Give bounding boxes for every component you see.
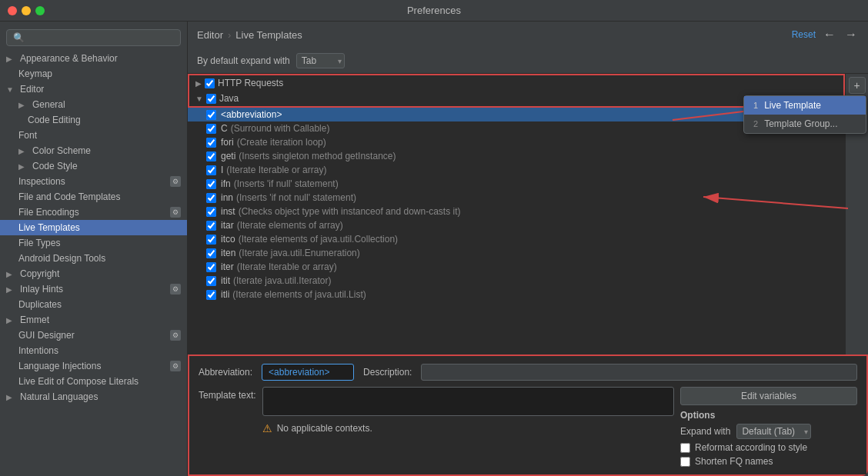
search-icon: 🔍 [13, 32, 25, 43]
chevron-right-icon: ▶ [18, 147, 31, 155]
sidebar-item-label: Android Design Tools [18, 253, 105, 264]
template-item-geti[interactable]: geti (Inserts singleton method getInstan… [188, 149, 845, 163]
sidebar-item-label: Inspections [18, 176, 65, 187]
chevron-right-icon: ▶ [6, 270, 18, 278]
sidebar-item-file-encodings[interactable]: File Encodings ⚙ [0, 205, 187, 220]
itit-checkbox[interactable] [206, 276, 216, 286]
template-desc: (Iterate elements of array) [237, 220, 343, 231]
edit-variables-button[interactable]: Edit variables [680, 387, 857, 405]
inst-checkbox[interactable] [206, 207, 216, 217]
sidebar-item-appearance[interactable]: ▶ Appearance & Behavior [0, 51, 187, 66]
sidebar-item-label: General [32, 99, 65, 110]
c-checkbox[interactable] [206, 124, 216, 134]
close-button[interactable] [8, 6, 17, 15]
options-section: Options Expand with Default (Tab) Tab En… [680, 410, 857, 467]
sidebar-item-inspections[interactable]: Inspections ⚙ [0, 174, 187, 189]
itco-checkbox[interactable] [206, 235, 216, 245]
lang-injections-badge: ⚙ [170, 361, 181, 371]
shorten-fq-checkbox[interactable] [680, 457, 690, 467]
fori-checkbox[interactable] [206, 138, 216, 148]
sidebar-item-live-edit-compose[interactable]: Live Edit of Compose Literals [0, 374, 187, 389]
template-item-iten[interactable]: iten (Iterate java.util.Enumeration) [188, 246, 845, 260]
sidebar-item-file-code-templates[interactable]: File and Code Templates [0, 189, 187, 205]
nav-back-button[interactable]: ← [822, 28, 837, 42]
sidebar-item-intentions[interactable]: Intentions [0, 343, 187, 358]
dropdown-item-num: 2 [753, 119, 758, 128]
warning-row: ⚠ No applicable contexts. [262, 419, 674, 438]
template-desc: (Iterate Iterable or array) [226, 165, 326, 175]
template-item-iter[interactable]: iter (Iterate Iterable or array) [188, 260, 845, 274]
reformat-checkbox[interactable] [680, 443, 690, 453]
iten-checkbox[interactable] [206, 248, 216, 258]
template-item-inn[interactable]: inn (Inserts 'if not null' statement) [188, 191, 845, 205]
java-group-name: Java [219, 93, 239, 104]
search-input[interactable] [28, 32, 174, 43]
template-item-itli[interactable]: itli (Iterate elements of java.util.List… [188, 288, 845, 301]
dropdown-item-live-template[interactable]: 1 Live Template [744, 96, 866, 115]
iter-checkbox[interactable] [206, 262, 216, 272]
i-checkbox[interactable] [206, 165, 216, 175]
inspections-badge: ⚙ [170, 176, 181, 187]
template-abbrev: fori [221, 137, 234, 148]
sidebar-item-live-templates[interactable]: Live Templates [0, 220, 187, 235]
sidebar-item-natural-languages[interactable]: ▶ Natural Languages [0, 389, 187, 404]
nav-forward-button[interactable]: → [843, 28, 859, 42]
chevron-right-icon: ▶ [18, 162, 31, 171]
http-checkbox[interactable] [205, 78, 215, 88]
bottom-row1: Abbreviation: Description: [199, 364, 857, 381]
description-input[interactable] [421, 364, 857, 381]
geti-checkbox[interactable] [206, 151, 216, 161]
template-textarea[interactable] [262, 387, 674, 416]
maximize-button[interactable] [35, 6, 45, 15]
reset-button[interactable]: Reset [792, 29, 816, 40]
template-item-itar[interactable]: itar (Iterate elements of array) [188, 218, 845, 232]
sidebar-item-label: GUI Designer [18, 330, 75, 341]
template-item-itit[interactable]: itit (Iterate java.util.Iterator) [188, 274, 845, 288]
inn-checkbox[interactable] [206, 193, 216, 203]
expand-with-label: Expand with [680, 426, 730, 437]
sidebar-item-label: Keymap [18, 68, 52, 79]
chevron-down-icon: ▼ [6, 85, 18, 94]
sidebar-item-editor[interactable]: ▼ Editor [0, 82, 187, 97]
minimize-button[interactable] [22, 6, 31, 15]
sidebar-item-inlay-hints[interactable]: ▶ Inlay Hints ⚙ [0, 281, 187, 297]
sidebar-item-gui-designer[interactable]: GUI Designer ⚙ [0, 328, 187, 343]
template-item-fori[interactable]: fori (Create iteration loop) [188, 135, 845, 149]
group-header-http[interactable]: ▶ HTTP Requests [188, 74, 845, 91]
gui-designer-badge: ⚙ [170, 330, 181, 341]
sidebar-item-general[interactable]: ▶ General [0, 97, 187, 112]
template-item-i[interactable]: I (Iterate Iterable or array) [188, 163, 845, 177]
sidebar-item-duplicates[interactable]: Duplicates [0, 297, 187, 312]
sidebar-item-keymap[interactable]: Keymap [0, 66, 187, 82]
itli-checkbox[interactable] [206, 290, 216, 300]
itar-checkbox[interactable] [206, 221, 216, 231]
dropdown-item-template-group[interactable]: 2 Template Group... [744, 115, 866, 133]
abbreviation-input[interactable] [262, 364, 354, 381]
search-box[interactable]: 🔍 [6, 29, 181, 46]
template-item-itco[interactable]: itco (Iterate elements of java.util.Coll… [188, 232, 845, 246]
sidebar-item-copyright[interactable]: ▶ Copyright [0, 266, 187, 281]
expand-select[interactable]: Tab Enter Space [296, 53, 345, 68]
sidebar-item-file-types[interactable]: File Types [0, 235, 187, 251]
template-abbrev: <abbreviation> [221, 109, 282, 120]
java-chevron-icon: ▼ [195, 95, 203, 103]
sidebar-item-font[interactable]: Font [0, 128, 187, 143]
template-item-ifn[interactable]: ifn (Inserts 'if null' statement) [188, 177, 845, 191]
template-item-inst[interactable]: inst (Checks object type with instanceof… [188, 205, 845, 218]
add-template-button[interactable]: + [849, 77, 866, 94]
abbrev-checkbox[interactable] [206, 110, 216, 120]
sidebar-item-emmet[interactable]: ▶ Emmet [0, 312, 187, 328]
ifn-checkbox[interactable] [206, 179, 216, 189]
sidebar-item-language-injections[interactable]: Language Injections ⚙ [0, 358, 187, 374]
sidebar-item-code-editing[interactable]: Code Editing [0, 112, 187, 128]
template-text-area: ⚠ No applicable contexts. [262, 387, 674, 438]
sidebar-item-color-scheme[interactable]: ▶ Color Scheme [0, 143, 187, 158]
java-checkbox[interactable] [206, 94, 216, 104]
sidebar-item-android-design-tools[interactable]: Android Design Tools [0, 251, 187, 266]
sidebar-item-label: File Encodings [18, 207, 79, 218]
template-desc: (Iterate elements of java.util.Collectio… [239, 234, 398, 245]
sidebar: 🔍 ▶ Appearance & Behavior Keymap ▼ Edito… [0, 22, 188, 476]
sidebar-item-code-style[interactable]: ▶ Code Style [0, 158, 187, 174]
template-abbrev: inn [221, 192, 233, 203]
expand-with-select[interactable]: Default (Tab) Tab Enter Space [736, 424, 811, 439]
